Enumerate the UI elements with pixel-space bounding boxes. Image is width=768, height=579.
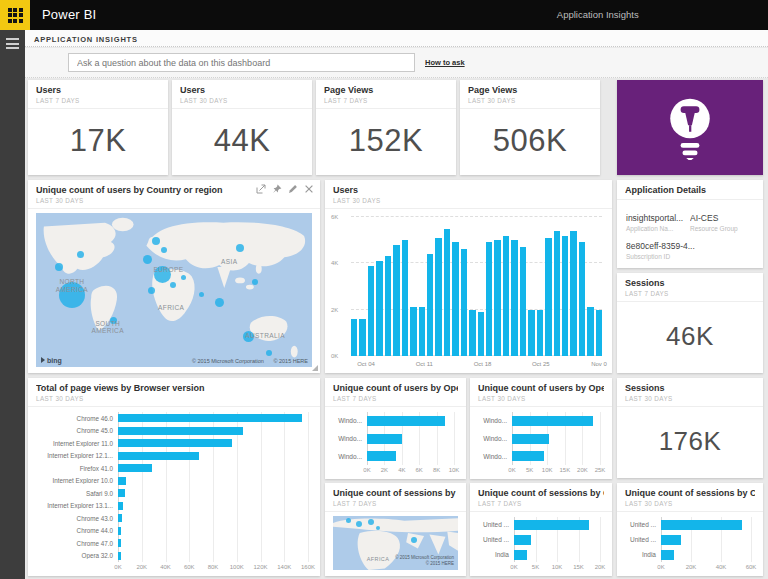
bar[interactable] [367, 451, 396, 461]
tile-sessions-by-country-30d[interactable]: Unique count of sessions by Coun... LAST… [617, 483, 763, 576]
bar[interactable] [503, 236, 509, 356]
bar[interactable] [118, 464, 152, 472]
bar[interactable] [596, 310, 602, 356]
bar[interactable] [512, 416, 593, 426]
bar[interactable] [545, 238, 551, 356]
bar[interactable] [514, 520, 589, 530]
bar[interactable] [435, 238, 441, 356]
bar[interactable] [118, 489, 125, 497]
map-bubble[interactable] [143, 255, 152, 264]
bar[interactable] [385, 256, 391, 356]
tile-subtitle: LAST 30 DAYS [36, 197, 312, 204]
map-bubble[interactable] [152, 237, 160, 245]
bing-logo[interactable]: bing [41, 357, 62, 364]
bar[interactable] [367, 434, 402, 444]
bar[interactable] [419, 307, 425, 356]
map-bubble[interactable] [376, 526, 380, 530]
bar[interactable] [661, 535, 681, 545]
tile-sessions-7d[interactable]: Sessions LAST 7 DAYS 46K [617, 273, 763, 373]
pin-icon[interactable] [272, 184, 282, 194]
map-bubble[interactable] [252, 279, 258, 285]
bar[interactable] [478, 312, 484, 356]
tile-pageviews-30d[interactable]: Page Views LAST 30 DAYS 506K [460, 80, 600, 175]
map-bubble[interactable] [236, 244, 244, 252]
bar[interactable] [444, 229, 450, 356]
close-icon[interactable] [304, 184, 314, 194]
bar[interactable] [562, 236, 568, 356]
tile-sessions-by-country-7d[interactable]: Unique count of sessions by Coun... LAST… [470, 483, 612, 576]
bar[interactable] [511, 240, 517, 356]
bar[interactable] [512, 434, 549, 444]
tile-users-by-os-7d[interactable]: Unique count of users by Operati... LAST… [325, 378, 466, 479]
tile-pageviews-7d[interactable]: Page Views LAST 7 DAYS 152K [316, 80, 456, 175]
how-to-ask-link[interactable]: How to ask [425, 58, 465, 67]
tile-resize-handle[interactable] [312, 365, 318, 371]
tile-qna-suggestion[interactable] [617, 80, 763, 175]
map-bubble[interactable] [55, 263, 63, 271]
bar[interactable] [452, 242, 458, 356]
bar[interactable] [494, 240, 500, 356]
tile-users-30d[interactable]: Users LAST 30 DAYS 44K [172, 80, 312, 175]
bar-row: United ... [476, 517, 604, 532]
bar[interactable] [661, 550, 674, 560]
edit-pencil-icon[interactable] [288, 184, 298, 194]
map-bubble[interactable] [77, 251, 84, 258]
bar[interactable] [469, 310, 475, 356]
bar[interactable] [512, 451, 544, 461]
map-bubble[interactable] [215, 298, 224, 307]
map-bubble[interactable] [356, 521, 362, 527]
bar[interactable] [514, 550, 527, 560]
focus-mode-icon[interactable] [256, 184, 266, 194]
map-bubble[interactable] [346, 518, 351, 523]
map-bubble[interactable] [161, 247, 167, 253]
bar[interactable] [579, 242, 585, 356]
bar[interactable] [570, 231, 576, 356]
bar[interactable] [486, 242, 492, 356]
bar[interactable] [376, 261, 382, 356]
bar[interactable] [461, 249, 467, 356]
bar[interactable] [118, 502, 123, 510]
bar[interactable] [427, 254, 433, 356]
bar[interactable] [661, 520, 742, 530]
map-bubble[interactable] [199, 292, 204, 297]
tile-users-by-country-map[interactable]: Unique count of users by Country or regi… [28, 180, 320, 373]
bar[interactable] [402, 240, 408, 356]
bar[interactable] [118, 539, 121, 547]
menu-toggle-button[interactable] [6, 38, 19, 49]
bar[interactable] [118, 439, 232, 447]
map-bubble[interactable] [411, 537, 417, 543]
bar[interactable] [118, 452, 199, 460]
tile-pageviews-by-browser[interactable]: Total of page views by Browser version L… [28, 378, 320, 576]
tile-application-details[interactable]: Application Details insightsportal... Ap… [617, 180, 763, 268]
tile-sessions-30d[interactable]: Sessions LAST 30 DAYS 176K [617, 378, 763, 478]
tile-sessions-by-country-map[interactable]: Unique count of sessions by Coun... LAST… [325, 483, 466, 576]
bar[interactable] [537, 310, 543, 356]
bar[interactable] [367, 416, 445, 426]
qna-question-input[interactable] [68, 53, 415, 72]
map-bubble[interactable] [368, 519, 374, 525]
map-bubble[interactable] [148, 287, 155, 294]
bar[interactable] [118, 527, 121, 535]
tile-users-by-os-30d[interactable]: Unique count of users by Operati... LAST… [470, 378, 612, 479]
tile-users-7d[interactable]: Users LAST 7 DAYS 17K [28, 80, 168, 175]
tile-users-trend-chart[interactable]: Users LAST 30 DAYS 0K2K4K6KOct 04Oct 11O… [325, 180, 612, 373]
bar[interactable] [368, 266, 374, 356]
bar[interactable] [520, 247, 526, 356]
bar[interactable] [587, 307, 593, 356]
bar[interactable] [514, 535, 531, 545]
bar[interactable] [393, 245, 399, 356]
bar[interactable] [351, 319, 357, 356]
bar[interactable] [359, 319, 365, 356]
map-bubble[interactable] [266, 350, 272, 356]
map-bubble[interactable] [181, 275, 186, 280]
bar[interactable] [118, 514, 122, 522]
bar[interactable] [410, 307, 416, 356]
app-launcher-button[interactable] [0, 0, 30, 30]
bar[interactable] [554, 231, 560, 356]
bar[interactable] [528, 310, 534, 356]
bar[interactable] [118, 427, 243, 435]
bar[interactable] [118, 477, 126, 485]
bar[interactable] [118, 414, 302, 422]
map-bubble[interactable] [170, 282, 176, 288]
bar[interactable] [118, 552, 121, 560]
